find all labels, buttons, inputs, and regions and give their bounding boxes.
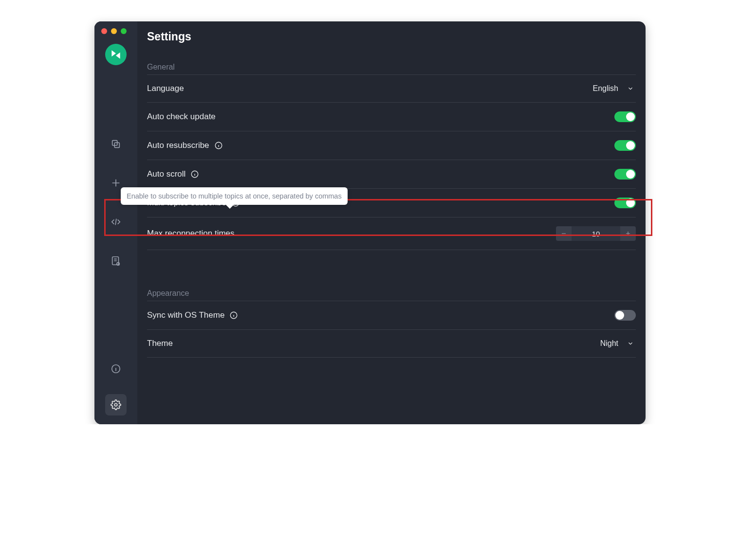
theme-value: Night <box>600 339 618 348</box>
row-auto-scroll: Auto scroll <box>147 160 636 189</box>
tooltip-multi-topics: Enable to subscribe to multiple topics a… <box>121 187 348 205</box>
language-select[interactable]: English <box>593 84 636 93</box>
plus-small-icon <box>625 230 631 237</box>
chevron-down-icon <box>627 85 634 92</box>
info-icon <box>111 363 121 374</box>
section-label-appearance: Appearance <box>147 289 636 298</box>
toggle-sync-os-theme[interactable] <box>614 310 636 321</box>
minimize-window-button[interactable] <box>111 28 117 34</box>
plus-icon <box>111 178 121 188</box>
logo-icon <box>110 48 122 61</box>
svg-point-5 <box>114 403 117 406</box>
label-auto-scroll: Auto scroll <box>147 169 185 179</box>
chevron-down-icon <box>627 340 634 347</box>
sidebar-item-scripts[interactable] <box>105 211 127 233</box>
label-sync-os-theme: Sync with OS Theme <box>147 310 224 320</box>
info-auto-scroll-icon[interactable] <box>190 170 199 179</box>
row-language: Language English <box>147 74 636 103</box>
app-window: Settings General Language English Auto c… <box>94 21 646 424</box>
sidebar-item-log[interactable] <box>105 250 127 271</box>
toggle-auto-resubscribe[interactable] <box>614 140 636 151</box>
app-logo <box>105 44 127 65</box>
label-language: Language <box>147 84 184 93</box>
section-label-general: General <box>147 63 636 72</box>
max-reconnection-stepper: 10 <box>556 226 636 241</box>
info-auto-resubscribe-icon[interactable] <box>214 141 223 150</box>
sidebar-item-connections[interactable] <box>105 133 127 155</box>
toggle-multi-topics[interactable] <box>614 198 636 208</box>
stepper-increment-button[interactable] <box>620 226 636 241</box>
sidebar-item-about[interactable] <box>105 358 127 379</box>
language-value: English <box>593 84 618 93</box>
gear-icon <box>111 399 121 410</box>
code-icon <box>111 217 121 227</box>
label-auto-resubscribe: Auto resubscribe <box>147 141 209 150</box>
info-sync-os-theme-icon[interactable] <box>229 311 238 320</box>
row-theme: Theme Night <box>147 330 636 358</box>
stepper-value[interactable]: 10 <box>572 226 620 241</box>
minus-icon <box>560 230 567 237</box>
toggle-auto-check-update[interactable] <box>614 111 636 122</box>
log-icon <box>111 255 121 266</box>
page-title: Settings <box>147 30 636 43</box>
fullscreen-window-button[interactable] <box>121 28 127 34</box>
row-auto-resubscribe: Auto resubscribe <box>147 131 636 160</box>
row-auto-check-update: Auto check update <box>147 103 636 131</box>
label-theme: Theme <box>147 339 173 348</box>
settings-panel: Settings General Language English Auto c… <box>137 21 646 424</box>
window-controls <box>101 28 127 34</box>
row-max-reconnection: Max reconnection times 10 <box>147 217 636 250</box>
sidebar-item-settings[interactable] <box>105 394 127 415</box>
sidebar <box>94 21 137 424</box>
stepper-decrement-button[interactable] <box>556 226 572 241</box>
row-sync-os-theme: Sync with OS Theme <box>147 301 636 330</box>
theme-select[interactable]: Night <box>600 339 636 348</box>
label-max-reconnection: Max reconnection times <box>147 229 235 238</box>
label-auto-check-update: Auto check update <box>147 112 216 122</box>
toggle-auto-scroll[interactable] <box>614 169 636 180</box>
svg-point-3 <box>117 263 120 266</box>
close-window-button[interactable] <box>101 28 107 34</box>
copy-icon <box>111 139 121 149</box>
